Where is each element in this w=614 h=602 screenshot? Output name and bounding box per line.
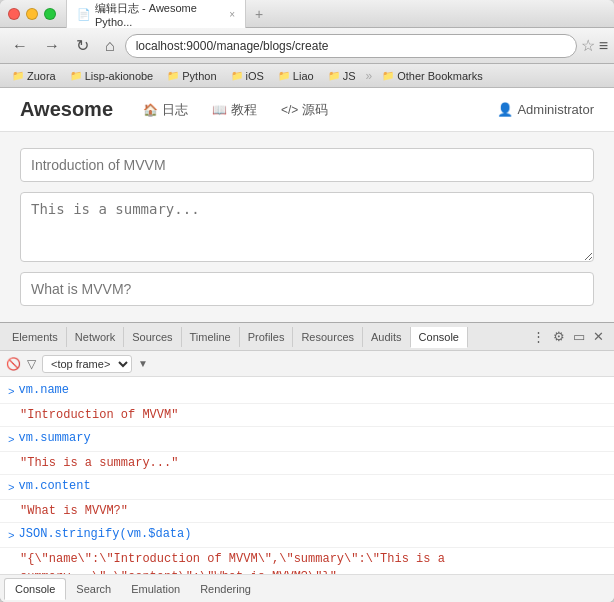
tab-favicon: 📄 xyxy=(77,8,91,21)
forward-button[interactable]: → xyxy=(38,35,66,57)
devtools-panel: Elements Network Sources Timeline Profil… xyxy=(0,322,614,602)
tab-console[interactable]: Console xyxy=(411,327,468,348)
traffic-lights xyxy=(8,8,56,20)
bookmark-folder-icon: 📁 xyxy=(167,70,179,81)
layout-icon[interactable]: ▭ xyxy=(571,327,587,346)
bookmark-star-button[interactable]: ☆ xyxy=(581,36,595,55)
console-line: "What is MVVM?" xyxy=(0,500,614,523)
title-bar: 📄 编辑日志 - Awesome Pytho... × + xyxy=(0,0,614,28)
filter-icon[interactable]: ▽ xyxy=(27,357,36,371)
tab-title: 编辑日志 - Awesome Pytho... xyxy=(95,1,225,28)
bookmark-overflow[interactable]: » xyxy=(363,69,374,83)
tab-close-button[interactable]: × xyxy=(229,9,235,20)
maximize-button[interactable] xyxy=(44,8,56,20)
content-input[interactable] xyxy=(20,272,594,306)
source-icon: </> xyxy=(281,103,298,117)
refresh-button[interactable]: ↻ xyxy=(70,34,95,57)
minimize-button[interactable] xyxy=(26,8,38,20)
console-result: "This is a summary..." xyxy=(20,454,178,472)
bookmark-ios[interactable]: 📁 iOS xyxy=(225,68,270,84)
close-devtools-icon[interactable]: ✕ xyxy=(591,327,606,346)
tab-area: 📄 编辑日志 - Awesome Pytho... × + xyxy=(66,0,606,32)
tutorial-icon: 📖 xyxy=(212,103,227,117)
console-prompt-icon: > xyxy=(8,383,15,401)
close-button[interactable] xyxy=(8,8,20,20)
console-line: > vm.name xyxy=(0,379,614,404)
console-command: JSON.stringify(vm.$data) xyxy=(19,525,192,543)
bottom-tab-search[interactable]: Search xyxy=(66,579,121,599)
bookmark-liao[interactable]: 📁 Liao xyxy=(272,68,320,84)
bookmark-js[interactable]: 📁 JS xyxy=(322,68,362,84)
bookmark-folder-icon: 📁 xyxy=(70,70,82,81)
bookmark-lisp[interactable]: 📁 Lisp-akionobe xyxy=(64,68,160,84)
nav-tutorial[interactable]: 📖 教程 xyxy=(212,101,257,119)
tab-audits[interactable]: Audits xyxy=(363,327,411,347)
bookmark-label: Python xyxy=(182,70,216,82)
nav-source[interactable]: </> 源码 xyxy=(281,101,328,119)
admin-icon: 👤 xyxy=(497,102,513,117)
frame-selector[interactable]: <top frame> xyxy=(42,355,132,373)
console-line: > vm.summary xyxy=(0,427,614,452)
frame-arrow-icon: ▼ xyxy=(138,358,148,369)
bookmark-zuora[interactable]: 📁 Zuora xyxy=(6,68,62,84)
console-line: > JSON.stringify(vm.$data) xyxy=(0,523,614,548)
bookmark-label: JS xyxy=(343,70,356,82)
browser-tab[interactable]: 📄 编辑日志 - Awesome Pytho... × xyxy=(66,0,246,32)
bookmark-label: Liao xyxy=(293,70,314,82)
nav-home-label: 日志 xyxy=(162,101,188,119)
bookmark-folder-icon: 📁 xyxy=(382,70,394,81)
title-input[interactable] xyxy=(20,148,594,182)
console-toolbar: 🚫 ▽ <top frame> ▼ xyxy=(0,351,614,377)
tab-sources[interactable]: Sources xyxy=(124,327,181,347)
admin-button[interactable]: 👤 Administrator xyxy=(497,102,594,117)
bottom-tab-console[interactable]: Console xyxy=(4,578,66,600)
summary-input[interactable] xyxy=(20,192,594,262)
form-area xyxy=(0,132,614,322)
bookmark-label: Other Bookmarks xyxy=(397,70,483,82)
home-icon: 🏠 xyxy=(143,103,158,117)
bottom-tab-emulation[interactable]: Emulation xyxy=(121,579,190,599)
console-result: "What is MVVM?" xyxy=(20,502,128,520)
tab-network[interactable]: Network xyxy=(67,327,124,347)
browser-menu-button[interactable]: ≡ xyxy=(599,37,608,55)
console-result: "Introduction of MVVM" xyxy=(20,406,178,424)
bookmark-other[interactable]: 📁 Other Bookmarks xyxy=(376,68,489,84)
page-content: Awesome 🏠 日志 📖 教程 </> 源码 👤 Administrator xyxy=(0,88,614,322)
dock-icon[interactable]: ⋮ xyxy=(530,327,547,346)
tab-timeline[interactable]: Timeline xyxy=(182,327,240,347)
console-prompt-icon: > xyxy=(8,479,15,497)
devtools-tabs: Elements Network Sources Timeline Profil… xyxy=(0,323,614,351)
nav-source-label: 源码 xyxy=(302,101,328,119)
clear-console-icon[interactable]: 🚫 xyxy=(6,357,21,371)
console-line: "Introduction of MVVM" xyxy=(0,404,614,427)
bookmark-python[interactable]: 📁 Python xyxy=(161,68,222,84)
console-prompt-icon: > xyxy=(8,431,15,449)
console-prompt-icon: > xyxy=(8,527,15,545)
bookmark-folder-icon: 📁 xyxy=(12,70,24,81)
back-button[interactable]: ← xyxy=(6,35,34,57)
home-button[interactable]: ⌂ xyxy=(99,35,121,57)
tab-resources[interactable]: Resources xyxy=(293,327,363,347)
nav-home[interactable]: 🏠 日志 xyxy=(143,101,188,119)
admin-label: Administrator xyxy=(517,102,594,117)
nav-tutorial-label: 教程 xyxy=(231,101,257,119)
console-command: vm.name xyxy=(19,381,69,399)
bookmark-folder-icon: 📁 xyxy=(278,70,290,81)
tab-elements[interactable]: Elements xyxy=(4,327,67,347)
bottom-tab-rendering[interactable]: Rendering xyxy=(190,579,261,599)
console-command: vm.content xyxy=(19,477,91,495)
bookmarks-bar: 📁 Zuora 📁 Lisp-akionobe 📁 Python 📁 iOS 📁… xyxy=(0,64,614,88)
settings-icon[interactable]: ⚙ xyxy=(551,327,567,346)
console-line: "{\"name\":\"Introduction of MVVM\",\"su… xyxy=(0,548,614,574)
devtools-toolbar-icons: ⋮ ⚙ ▭ ✕ xyxy=(526,327,610,346)
app-nav: 🏠 日志 📖 教程 </> 源码 xyxy=(143,101,497,119)
bookmark-label: iOS xyxy=(246,70,264,82)
bookmark-folder-icon: 📁 xyxy=(231,70,243,81)
app-logo: Awesome xyxy=(20,98,113,121)
console-result: "{\"name\":\"Introduction of MVVM\",\"su… xyxy=(20,550,606,574)
devtools-bottom-bar: Console Search Emulation Rendering xyxy=(0,574,614,602)
new-tab-button[interactable]: + xyxy=(250,5,268,23)
bookmark-label: Zuora xyxy=(27,70,56,82)
tab-profiles[interactable]: Profiles xyxy=(240,327,294,347)
address-bar[interactable] xyxy=(125,34,577,58)
